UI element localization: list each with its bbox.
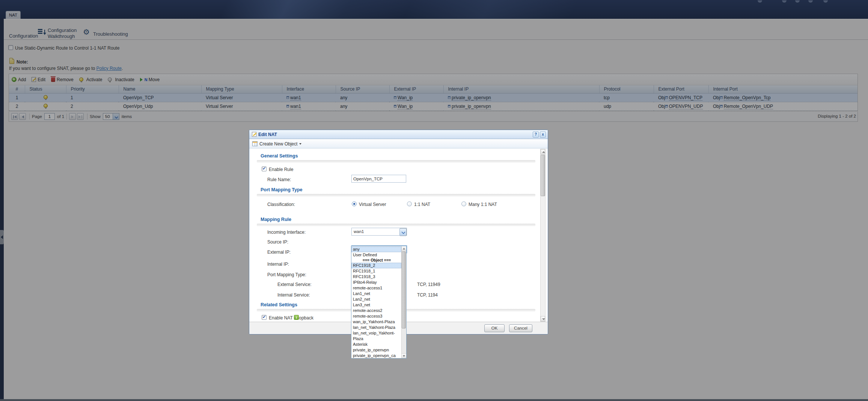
source-ip-label: Source IP: [267, 239, 288, 245]
dropdown-item[interactable]: Lan2_net [351, 297, 401, 302]
dropdown-item[interactable]: lan_net_Yakhont-Plaza [351, 325, 401, 330]
dropdown-item[interactable]: private_ip_openvpn_ca [351, 353, 401, 359]
info-icon[interactable]: i [294, 315, 299, 320]
dropdown-options: any User Defined === Object === RFC1918_… [351, 247, 401, 359]
incoming-interface-value: wan1 [354, 229, 364, 234]
port-mapping-type-label: Port Mapping Type: [267, 272, 306, 277]
dropdown-item[interactable]: RFC1918_1 [351, 268, 401, 274]
dropdown-item[interactable]: RFC1918_2 [351, 263, 401, 268]
external-ip-label: External IP: [267, 250, 291, 255]
dropdown-scrollbar[interactable] [401, 246, 406, 358]
source-ip-dropdown-list: any User Defined === Object === RFC1918_… [351, 246, 407, 359]
incoming-interface-label: Incoming Interface: [267, 230, 306, 235]
create-new-object-button[interactable]: Create New Object [259, 141, 297, 147]
dialog-scrollbar[interactable] [540, 149, 546, 322]
internal-ip-label: Internal IP: [267, 262, 289, 267]
dropdown-group-header: === Object === [351, 258, 401, 263]
radio-many-1-1-nat-label: Many 1:1 NAT [469, 202, 497, 207]
external-service-label: External Service: [277, 282, 312, 287]
section-related-settings: Related Settings [261, 302, 297, 307]
enable-rule-checkbox[interactable] [262, 166, 267, 171]
dropdown-item[interactable]: remote-access1 [351, 285, 401, 291]
section-bar [257, 160, 535, 163]
radio-1-1-nat-label: 1:1 NAT [414, 202, 430, 207]
dropdown-item[interactable]: remote-access2 [351, 308, 401, 313]
incoming-interface-select[interactable]: wan1 [351, 228, 407, 236]
cancel-button[interactable]: Cancel [509, 324, 532, 332]
section-mapping-rule: Mapping Rule [261, 217, 291, 222]
chevron-down-icon [299, 143, 301, 145]
internal-service-label: Internal Service: [277, 292, 310, 298]
scroll-down-icon[interactable] [541, 316, 545, 321]
dropdown-item[interactable]: Lan3_net [351, 302, 401, 308]
enable-nat-loopback-checkbox[interactable] [262, 315, 267, 320]
scroll-down-icon[interactable] [402, 353, 406, 358]
rule-name-label: Rule Name: [267, 177, 291, 182]
internal-service-value: TCP, 1194 [417, 292, 438, 298]
scroll-up-icon[interactable] [402, 246, 406, 251]
dropdown-item[interactable]: any [351, 247, 401, 252]
radio-virtual-server-label: Virtual Server [359, 202, 386, 207]
enable-rule-label: Enable Rule [269, 167, 293, 172]
dropdown-item[interactable]: RFC1918_3 [351, 274, 401, 280]
dialog-title: Edit NAT [258, 132, 277, 137]
dropdown-item[interactable]: Lan1_net [351, 291, 401, 297]
chevron-down-icon[interactable] [399, 228, 407, 236]
dropdown-item[interactable]: remote-access3 [351, 313, 401, 319]
section-bar [257, 194, 535, 197]
dropdown-item[interactable]: Asterisk [351, 342, 401, 347]
zywall-nat-page: NAT Configuration Configuration Walkthro… [0, 0, 868, 401]
dialog-menubar: Create New Object [249, 139, 548, 148]
dropdown-item[interactable]: lan_net_voip_Yakhont-Plaza [351, 330, 401, 342]
classification-label: Classification: [267, 202, 295, 207]
section-port-mapping-type: Port Mapping Type [261, 187, 303, 192]
edit-pencil-icon [252, 132, 256, 137]
dialog-close-button[interactable]: x [540, 132, 546, 138]
radio-many-1-1-nat[interactable] [461, 201, 466, 206]
section-bar [257, 224, 535, 226]
dropdown-item[interactable]: User Defined [351, 252, 401, 258]
enable-nat-loopback-label: Enable NAT Loopback [269, 315, 313, 321]
external-service-value: TCP, 11949 [417, 282, 440, 287]
rule-name-input[interactable] [351, 175, 406, 183]
scrollbar-thumb[interactable] [541, 155, 545, 196]
scroll-up-icon[interactable] [541, 149, 545, 154]
dropdown-item[interactable]: wan_ip_Yakhont-Plaza [351, 319, 401, 325]
section-general-settings: General Settings [261, 153, 298, 159]
scrollbar-thumb[interactable] [402, 251, 406, 328]
radio-virtual-server[interactable] [352, 201, 357, 206]
create-object-icon [252, 141, 258, 146]
dropdown-item[interactable]: private_ip_openvpn [351, 347, 401, 353]
dialog-titlebar[interactable]: Edit NAT [249, 130, 548, 139]
dialog-help-button[interactable]: ? [533, 132, 539, 138]
radio-1-1-nat[interactable] [407, 201, 412, 206]
ok-button[interactable]: OK [484, 324, 505, 332]
dropdown-item[interactable]: IP6to4-Relay [351, 280, 401, 285]
